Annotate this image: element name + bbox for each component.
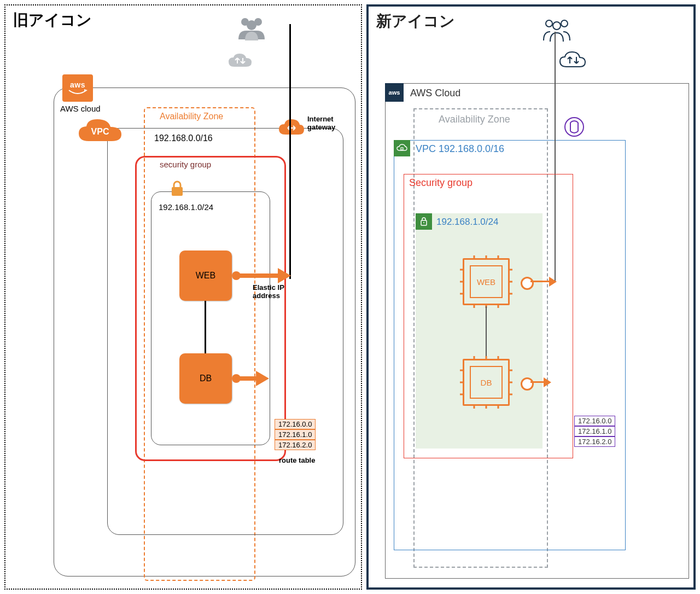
- route-entry: 172.16.1.0: [574, 426, 615, 436]
- eip-dot-db: [521, 377, 534, 391]
- eip-arrow-web-shaft: [530, 281, 550, 282]
- svg-rect-3: [172, 187, 183, 196]
- route-table-label: route table: [279, 456, 315, 464]
- svg-point-6: [553, 22, 561, 30]
- svg-point-10: [423, 222, 424, 223]
- security-group-label: security group: [160, 160, 211, 169]
- svg-point-2: [247, 20, 256, 30]
- internet-gateway-icon: [278, 118, 305, 139]
- route-entry: 172.16.0.0: [574, 416, 615, 426]
- subnet-cidr-label: 192.168.1.0/24: [436, 217, 498, 228]
- eip-dot-web: [521, 277, 534, 290]
- aws-cloud-label: AWS Cloud: [410, 88, 460, 99]
- chip-tabs-icon: [458, 354, 515, 411]
- internet-gateway-label: Internet gateway: [307, 115, 335, 131]
- aws-cloud-label: AWS cloud: [60, 104, 101, 113]
- lock-icon: [170, 180, 185, 197]
- vpc-cidr-label: 192.168.0.0/16: [154, 133, 213, 143]
- web-node-label: WEB: [196, 271, 215, 281]
- eip-label: Elastic IP address: [253, 283, 284, 300]
- subnet-box: [151, 191, 270, 445]
- aws-badge-text: aws: [70, 80, 85, 89]
- svg-point-4: [546, 20, 552, 27]
- route-table: 172.16.0.0 172.16.1.0 172.16.2.0: [275, 419, 316, 450]
- svg-point-5: [561, 20, 568, 27]
- route-table: 172.16.0.0 172.16.1.0 172.16.2.0: [574, 416, 615, 447]
- conn-web-db: [205, 301, 206, 353]
- db-node-label: DB: [200, 374, 212, 383]
- chip-tabs-icon: [458, 253, 515, 310]
- eip-arrow-web-head: [278, 268, 291, 283]
- aws-badge-icon: aws: [62, 74, 93, 102]
- db-node: DB: [179, 353, 232, 404]
- cloud-transfer-icon: [226, 53, 254, 72]
- route-entry: 172.16.0.0: [275, 419, 316, 429]
- conn-web-db: [486, 306, 487, 360]
- svg-rect-8: [401, 148, 403, 150]
- eip-arrow-db-shaft: [530, 381, 545, 383]
- subnet-cidr-label: 192.168.1.0/24: [159, 202, 213, 212]
- web-node: WEB: [179, 251, 232, 301]
- panel-new-icons: 新アイコン aws AWS Cloud Availability Zone: [366, 4, 696, 590]
- conn-users-eip: [289, 24, 291, 279]
- aws-badge-icon: aws: [385, 83, 404, 102]
- cloud-transfer-icon: [558, 50, 587, 71]
- vpc-badge-text: VPC: [91, 127, 109, 136]
- users-icon: [540, 18, 573, 43]
- eip-arrow-web-head: [549, 277, 557, 287]
- eip-arrow-db-shaft: [240, 376, 258, 381]
- availability-zone-label: Availability Zone: [160, 112, 223, 121]
- title-new: 新アイコン: [376, 11, 455, 32]
- route-entry: 172.16.1.0: [275, 429, 316, 440]
- vpc-cloud-icon: VPC: [77, 117, 124, 148]
- eip-arrow-web-shaft: [240, 273, 280, 278]
- vpc-label: VPC 192.168.0.0/16: [416, 143, 504, 155]
- security-group-label: Security group: [409, 177, 472, 189]
- availability-zone-label: Availability Zone: [439, 114, 510, 125]
- title-old: 旧アイコン: [13, 10, 92, 31]
- eip-arrow-db-head: [256, 371, 269, 386]
- route-entry: 172.16.2.0: [275, 440, 316, 450]
- subnet-box: [416, 213, 542, 449]
- panel-old-icons: 旧アイコン aws AWS cloud Availability Zone: [4, 4, 362, 590]
- vpc-badge-icon: [394, 140, 410, 156]
- internet-gateway-icon: [563, 116, 585, 138]
- users-icon: [235, 15, 268, 43]
- subnet-badge-icon: [416, 213, 432, 230]
- eip-arrow-db-head: [544, 377, 551, 387]
- route-entry: 172.16.2.0: [574, 436, 615, 447]
- aws-badge-text: aws: [389, 89, 400, 96]
